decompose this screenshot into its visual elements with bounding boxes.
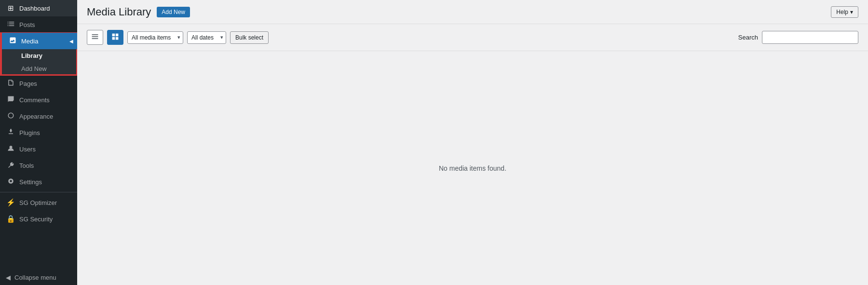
grid-view-icon	[111, 33, 119, 41]
submenu-item-add-new[interactable]: Add New	[2, 62, 77, 75]
sidebar-item-label: Plugins	[19, 129, 40, 136]
dashboard-icon: ⊞	[6, 4, 15, 13]
sidebar-item-label: SG Optimizer	[19, 199, 57, 206]
appearance-icon	[6, 112, 15, 121]
content-area: No media items found.	[77, 51, 868, 285]
empty-message: No media items found.	[439, 164, 506, 172]
sidebar-item-label: Dashboard	[19, 5, 50, 12]
sidebar: ⊞ Dashboard Posts Media ◀ Library Add Ne…	[0, 0, 77, 285]
sidebar-item-sg-optimizer[interactable]: ⚡ SG Optimizer	[0, 194, 77, 211]
grid-view-button[interactable]	[107, 30, 123, 45]
collapse-icon: ◀	[6, 274, 11, 281]
topbar: Media Library Add New Help ▾	[77, 0, 868, 24]
list-view-button[interactable]	[87, 30, 103, 45]
list-view-icon	[91, 33, 99, 41]
help-button[interactable]: Help ▾	[831, 6, 858, 18]
media-icon	[8, 37, 17, 45]
svg-point-0	[9, 146, 12, 149]
filter-dates-select[interactable]: All dates	[187, 31, 226, 44]
sidebar-item-label: Comments	[19, 96, 50, 104]
sidebar-item-appearance[interactable]: Appearance	[0, 108, 77, 124]
main-content: Media Library Add New Help ▾ All media i…	[77, 0, 868, 285]
svg-rect-6	[112, 37, 115, 40]
sidebar-item-comments[interactable]: Comments	[0, 92, 77, 108]
sidebar-item-label: Appearance	[19, 113, 53, 120]
sidebar-item-users[interactable]: Users	[0, 141, 77, 157]
sidebar-item-pages[interactable]: Pages	[0, 75, 77, 92]
users-icon	[6, 145, 15, 153]
sidebar-item-label: Settings	[19, 178, 42, 186]
posts-icon	[6, 20, 15, 29]
filter-media-wrapper: All media items	[127, 31, 183, 44]
sidebar-divider	[0, 192, 77, 192]
page-title: Media Library	[87, 6, 151, 18]
svg-rect-2	[92, 36, 98, 37]
sidebar-item-label: Users	[19, 146, 36, 153]
filter-dates-wrapper: All dates	[187, 31, 226, 44]
media-arrow-icon: ◀	[69, 39, 73, 44]
topbar-left: Media Library Add New	[87, 6, 190, 18]
help-label: Help	[836, 9, 848, 15]
sidebar-item-sg-security[interactable]: 🔒 SG Security	[0, 211, 77, 227]
media-submenu: Library Add New	[2, 49, 77, 75]
sg-security-icon: 🔒	[6, 215, 15, 223]
svg-rect-5	[116, 34, 119, 37]
search-area: Search	[738, 31, 858, 44]
sidebar-item-posts[interactable]: Posts	[0, 16, 77, 33]
help-chevron-icon: ▾	[850, 9, 853, 15]
svg-rect-1	[92, 34, 98, 35]
collapse-label: Collapse menu	[14, 274, 56, 281]
settings-icon	[6, 177, 15, 186]
tools-icon	[6, 161, 15, 170]
media-label: Media	[21, 38, 38, 45]
sidebar-item-tools[interactable]: Tools	[0, 157, 77, 174]
svg-rect-3	[92, 38, 98, 39]
media-section: Media ◀ Library Add New	[0, 33, 77, 75]
sidebar-item-label: Tools	[19, 162, 34, 169]
search-input[interactable]	[762, 31, 858, 44]
add-new-button[interactable]: Add New	[157, 7, 190, 17]
sidebar-item-plugins[interactable]: Plugins	[0, 124, 77, 141]
filter-media-select[interactable]: All media items	[127, 31, 183, 44]
svg-rect-7	[116, 37, 119, 40]
sidebar-item-label: Pages	[19, 80, 37, 87]
submenu-item-library[interactable]: Library	[2, 49, 77, 62]
sg-optimizer-icon: ⚡	[6, 198, 15, 207]
toolbar: All media items All dates Bulk select Se…	[77, 24, 868, 51]
sidebar-item-media[interactable]: Media ◀	[2, 33, 77, 49]
pages-icon	[6, 79, 15, 88]
search-label: Search	[738, 34, 758, 41]
collapse-menu-button[interactable]: ◀ Collapse menu	[0, 270, 77, 285]
svg-rect-4	[112, 34, 115, 37]
sidebar-item-settings[interactable]: Settings	[0, 174, 77, 190]
plugins-icon	[6, 128, 15, 137]
comments-icon	[6, 95, 15, 104]
sidebar-item-label: SG Security	[19, 216, 53, 223]
bulk-select-button[interactable]: Bulk select	[230, 31, 269, 44]
sidebar-item-label: Posts	[19, 21, 35, 28]
sidebar-item-dashboard[interactable]: ⊞ Dashboard	[0, 0, 77, 16]
